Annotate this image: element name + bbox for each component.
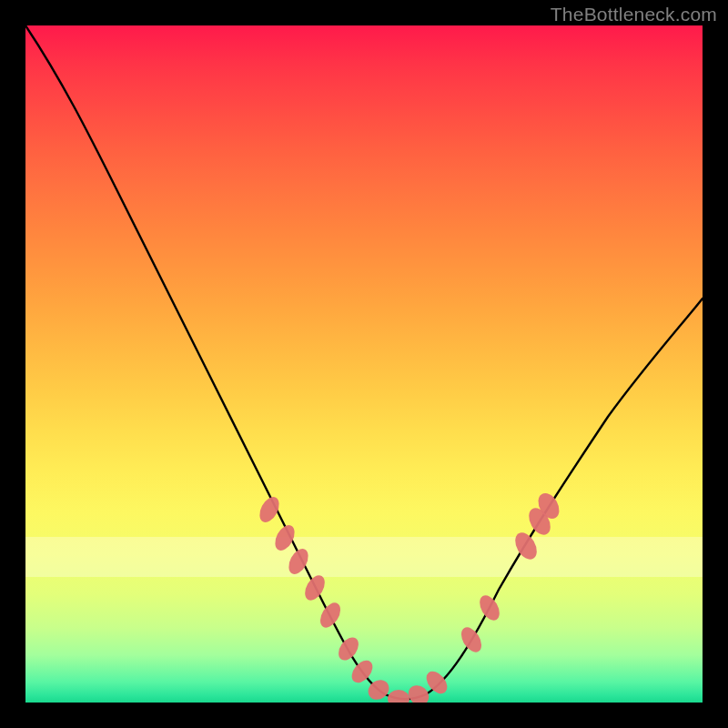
marker-dot — [256, 494, 283, 526]
marker-dot — [457, 624, 485, 656]
marker-dot — [301, 572, 329, 604]
marker-dot — [364, 676, 392, 703]
marker-dot — [271, 522, 298, 554]
marker-dot — [316, 600, 344, 632]
marker-dot — [404, 682, 432, 703]
marker-dot — [388, 690, 410, 703]
watermark-text: TheBottleneck.com — [551, 4, 717, 25]
marker-dot — [422, 667, 451, 697]
marker-dot — [476, 592, 504, 624]
curve-layer — [25, 25, 703, 703]
pale-highlight-band — [25, 537, 703, 578]
marker-dot — [511, 529, 541, 563]
marker-dot — [524, 504, 554, 539]
marker-group — [256, 490, 563, 703]
marker-dot — [348, 656, 377, 686]
marker-dot — [335, 633, 363, 663]
plot-area — [25, 25, 703, 703]
marker-dot — [285, 546, 312, 578]
marker-dot — [534, 490, 563, 522]
chart-frame: TheBottleneck.com — [0, 0, 728, 728]
bottleneck-curve — [25, 25, 703, 699]
